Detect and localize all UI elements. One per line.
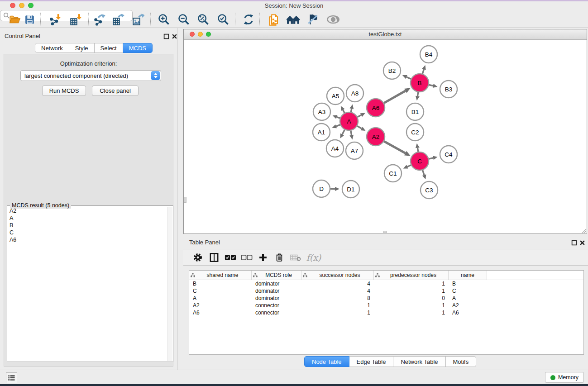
minimize-window-button[interactable] — [19, 3, 24, 8]
horizontal-scroll-thumb[interactable] — [383, 231, 387, 233]
add-row-button[interactable] — [255, 251, 271, 264]
graph-edge-C-C2[interactable] — [417, 148, 418, 152]
graph-edge-A-A6[interactable] — [358, 115, 361, 117]
resize-grip-icon[interactable] — [580, 227, 587, 234]
mcds-result-item[interactable]: A — [8, 214, 167, 222]
table-cell[interactable]: dominator — [252, 295, 301, 301]
zoom-network-button[interactable] — [206, 32, 211, 37]
table-cell[interactable]: 0 — [374, 295, 449, 301]
minimize-network-button[interactable] — [198, 32, 203, 37]
refresh-button[interactable] — [242, 13, 255, 26]
close-panel-icon[interactable] — [172, 33, 177, 41]
save-session-button[interactable] — [23, 13, 36, 26]
table-row[interactable]: Bdominator41B — [189, 280, 583, 287]
network-window-titlebar[interactable]: testGlobe.txt — [184, 29, 587, 40]
table-options-button[interactable] — [190, 251, 206, 264]
graph-edge-A-A8[interactable] — [351, 109, 352, 112]
export-network-button[interactable] — [92, 13, 106, 26]
graph-edge-B-B1[interactable] — [417, 92, 418, 96]
table-cell[interactable]: 1 — [301, 302, 374, 309]
graph-edge-A-A3[interactable] — [337, 117, 340, 119]
table-cell[interactable]: 1 — [374, 310, 449, 316]
table-cell[interactable]: C — [449, 288, 487, 294]
export-table-button[interactable] — [111, 13, 125, 26]
table-cell[interactable]: 8 — [301, 295, 374, 301]
delete-rows-button[interactable] — [271, 251, 287, 264]
graph-edge-A-A1[interactable] — [336, 125, 340, 126]
duplicate-network-button[interactable] — [268, 13, 281, 26]
column-header-successor-nodes[interactable]: successor nodes — [301, 271, 374, 280]
mcds-result-item[interactable]: C — [8, 229, 167, 236]
mcds-list-scrollbar[interactable] — [167, 207, 172, 361]
mcds-result-item[interactable]: A6 — [8, 236, 167, 243]
tab-network-table[interactable]: Network Table — [393, 356, 445, 367]
table-row[interactable]: Cdominator41C — [189, 287, 583, 295]
table-cell[interactable]: A6 — [449, 310, 487, 316]
graph-edge-A2-C[interactable] — [384, 141, 405, 153]
close-table-panel-icon[interactable] — [579, 239, 585, 248]
zoom-fit-button[interactable] — [196, 13, 210, 26]
tab-style[interactable]: Style — [69, 43, 95, 53]
table-cell[interactable]: dominator — [252, 288, 301, 294]
table-cell[interactable]: 1 — [374, 302, 449, 309]
zoom-in-button[interactable] — [157, 13, 171, 26]
mcds-result-item[interactable]: A2 — [8, 207, 167, 214]
run-mcds-button[interactable]: Run MCDS — [42, 86, 86, 96]
import-network-button[interactable] — [48, 13, 62, 26]
graph-edge-C-C3[interactable] — [423, 170, 425, 175]
graph-edge-B-B4[interactable] — [422, 69, 424, 74]
import-table-button[interactable] — [69, 13, 82, 26]
table-cell[interactable]: A2 — [189, 302, 252, 309]
show-columns-button[interactable] — [206, 251, 222, 264]
zoom-selected-button[interactable] — [216, 13, 230, 26]
node-table[interactable]: shared nameMCDS rolesuccessor nodesprede… — [189, 270, 584, 355]
memory-button[interactable]: Memory — [545, 372, 584, 383]
tab-node-table[interactable]: Node Table — [304, 356, 349, 367]
graph-edge-B-B3[interactable] — [429, 85, 433, 86]
table-cell[interactable]: 1 — [301, 310, 374, 316]
export-image-button[interactable] — [131, 13, 145, 26]
table-cell[interactable]: connector — [252, 310, 301, 316]
column-header-shared-name[interactable]: shared name — [189, 271, 252, 280]
table-row[interactable]: Adominator80A — [189, 295, 583, 302]
tab-edge-table[interactable]: Edge Table — [349, 356, 394, 367]
table-cell[interactable]: 1 — [374, 288, 449, 294]
table-cell[interactable]: A — [449, 295, 487, 301]
show-graphics-details-button[interactable] — [326, 13, 340, 26]
table-cell[interactable]: dominator — [252, 281, 301, 287]
table-cell[interactable]: C — [189, 288, 252, 294]
network-canvas[interactable]: AA1A2A3A4A5A6A7A8BB1B2B3B4CC1C2C3C4DD1 — [184, 40, 587, 234]
graph-edge-B-B2[interactable] — [406, 77, 411, 79]
tab-motifs[interactable]: Motifs — [446, 356, 477, 367]
close-network-button[interactable] — [190, 32, 195, 37]
graph-edge-C-C1[interactable] — [407, 165, 411, 167]
table-cell[interactable]: A — [189, 295, 252, 301]
graph-edge-A-A2[interactable] — [357, 126, 362, 129]
graph-edge-C-C4[interactable] — [429, 158, 433, 159]
graph-edge-A-A7[interactable] — [351, 131, 352, 135]
deselect-all-checkboxes-button[interactable] — [239, 251, 255, 264]
table-cell[interactable]: B — [449, 281, 487, 287]
column-header-predecessor-nodes[interactable]: predecessor nodes — [374, 271, 449, 280]
criterion-select[interactable]: largest connected component (directed) — [20, 70, 161, 81]
float-table-panel-icon[interactable] — [571, 239, 577, 248]
graph-edge-A-A4[interactable] — [342, 130, 344, 134]
table-cell[interactable]: connector — [252, 302, 301, 309]
graph-edge-A6-B[interactable] — [384, 91, 405, 103]
table-cell[interactable]: 4 — [301, 281, 374, 287]
select-all-checkboxes-button[interactable] — [222, 251, 239, 264]
float-panel-icon[interactable] — [163, 33, 169, 41]
function-builder-button[interactable]: f(x) — [304, 251, 324, 264]
column-header-MCDS-role[interactable]: MCDS role — [252, 271, 301, 280]
tab-select[interactable]: Select — [95, 43, 123, 53]
hide-graphics-details-button[interactable] — [306, 13, 320, 26]
vertical-scroll-thumb[interactable] — [184, 197, 186, 203]
tab-network[interactable]: Network — [35, 43, 69, 53]
close-panel-button[interactable]: Close panel — [92, 86, 139, 96]
mcds-result-item[interactable]: B — [8, 222, 167, 229]
column-header-name[interactable]: name — [449, 271, 487, 280]
table-row[interactable]: A2connector11A2 — [189, 302, 583, 309]
close-window-button[interactable] — [10, 3, 15, 8]
table-cell[interactable]: 4 — [301, 288, 374, 294]
open-session-button[interactable] — [8, 13, 22, 26]
